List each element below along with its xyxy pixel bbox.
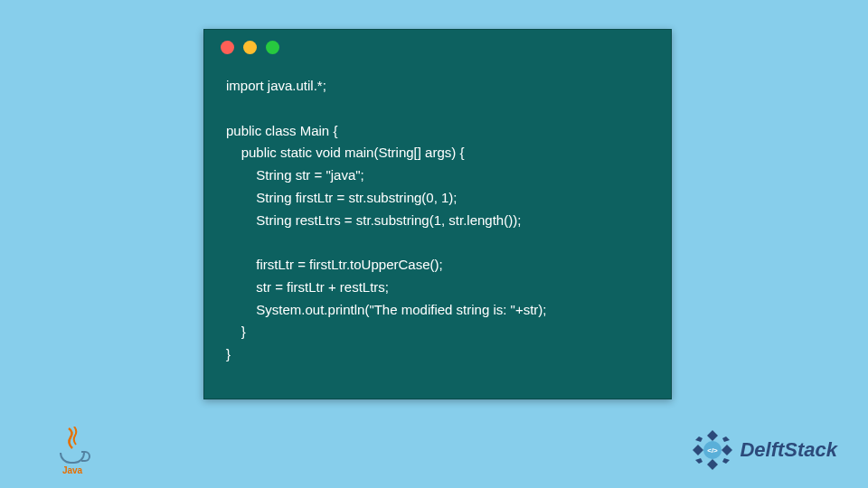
java-logo-text: Java xyxy=(62,465,82,475)
window-title-bar xyxy=(204,30,671,64)
java-logo: Java xyxy=(54,423,90,475)
java-steam-icon xyxy=(61,427,83,453)
svg-marker-4 xyxy=(722,436,730,442)
svg-marker-3 xyxy=(693,445,703,455)
minimize-icon[interactable] xyxy=(243,41,257,54)
maximize-icon[interactable] xyxy=(266,41,279,54)
delftstack-logo: </> DelftStack xyxy=(691,428,837,472)
svg-marker-5 xyxy=(722,458,730,464)
svg-marker-7 xyxy=(695,436,703,442)
svg-text:</>: </> xyxy=(708,446,719,455)
delftstack-text: DelftStack xyxy=(740,438,837,462)
close-icon[interactable] xyxy=(221,41,234,54)
code-content: import java.util.*; public class Main { … xyxy=(204,64,671,377)
svg-marker-1 xyxy=(722,445,732,455)
delftstack-icon: </> xyxy=(691,428,734,472)
svg-marker-2 xyxy=(707,459,718,470)
svg-marker-0 xyxy=(707,430,718,441)
code-window: import java.util.*; public class Main { … xyxy=(203,29,672,399)
java-cup-icon xyxy=(60,453,85,464)
svg-marker-6 xyxy=(695,458,703,464)
